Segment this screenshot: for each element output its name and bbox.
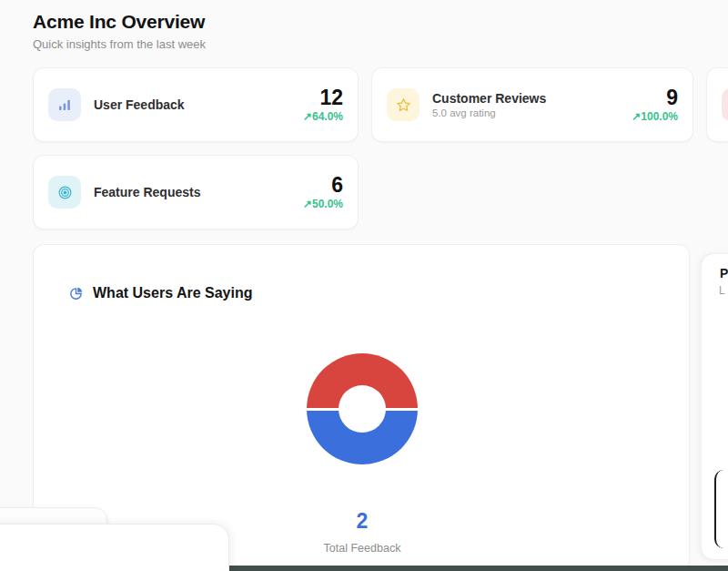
side-panel-partial: P L xyxy=(701,253,728,560)
stat-card-customer-reviews: Customer Reviews 5.0 avg rating 9 ↗100.0… xyxy=(371,67,693,142)
page-title: Acme Inc Overview xyxy=(33,11,205,33)
stat-value: 6 xyxy=(303,174,343,196)
target-icon xyxy=(48,176,81,209)
star-icon xyxy=(387,88,420,121)
stat-label: Customer Reviews xyxy=(432,91,632,106)
stat-card-partial xyxy=(706,67,728,142)
side-panel-outline-fragment xyxy=(714,470,728,548)
chart-card: What Users Are Saying 2 Total Feedback xyxy=(33,244,690,571)
stat-trend: ↗64.0% xyxy=(303,110,343,123)
pink-circle-icon xyxy=(722,88,728,121)
stat-sublabel: 5.0 avg rating xyxy=(432,107,632,118)
side-panel-title: P xyxy=(720,266,728,280)
side-panel-subtitle: L xyxy=(719,284,725,297)
popup-card-front[interactable] xyxy=(0,524,229,571)
stat-trend: ↗100.0% xyxy=(632,110,678,123)
donut-chart xyxy=(307,353,418,464)
stat-card-user-feedback: User Feedback 12 ↗64.0% xyxy=(33,67,359,142)
donut-hole xyxy=(339,385,386,433)
stat-value: 12 xyxy=(303,87,343,108)
stat-card-feature-requests: Feature Requests 6 ↗50.0% xyxy=(33,155,359,229)
bar-chart-icon xyxy=(48,88,81,121)
stat-value: 9 xyxy=(632,87,678,108)
stat-label: Feature Requests xyxy=(94,185,303,199)
chart-header: What Users Are Saying xyxy=(68,285,252,301)
page-subtitle: Quick insights from the last week xyxy=(33,37,206,51)
stat-label: User Feedback xyxy=(94,97,303,112)
pie-chart-icon xyxy=(68,286,84,301)
chart-title: What Users Are Saying xyxy=(93,285,252,301)
stat-trend: ↗50.0% xyxy=(303,198,343,210)
